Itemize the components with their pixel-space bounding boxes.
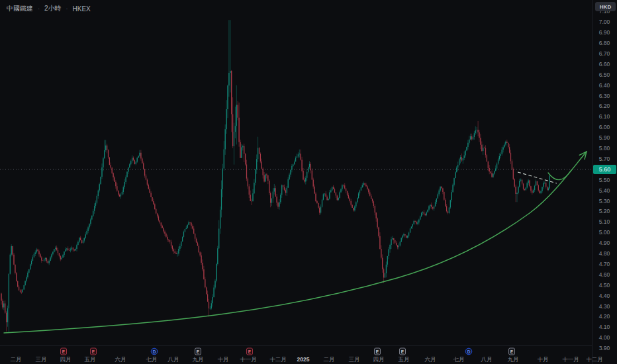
price-axis-label: 6.20 bbox=[599, 103, 610, 109]
price-axis-label: 6.00 bbox=[599, 124, 610, 130]
earnings-badge-icon[interactable]: E bbox=[400, 348, 406, 355]
price-axis-label: 5.50 bbox=[599, 177, 610, 183]
time-axis-label: 十二月 bbox=[269, 356, 287, 363]
candlestick-chart[interactable]: 3.904.004.104.204.304.404.504.604.704.80… bbox=[0, 0, 617, 364]
price-axis-label: 6.50 bbox=[599, 71, 610, 78]
price-axis-label: 6.80 bbox=[599, 40, 610, 46]
svg-text:E: E bbox=[401, 349, 404, 354]
time-axis-label: 十一月 bbox=[240, 356, 257, 363]
price-axis-label: 6.90 bbox=[599, 29, 610, 36]
axis-separators bbox=[0, 0, 593, 364]
time-axis-label: 十二月 bbox=[586, 356, 603, 363]
dividend-badge-icon[interactable]: D bbox=[151, 348, 158, 355]
price-axis-label: 5.40 bbox=[599, 187, 610, 194]
legend-separator-dot: · bbox=[66, 5, 68, 12]
price-axis-label: 5.80 bbox=[599, 145, 610, 152]
symbol-legend: 中國鐵建 · 2小時 · HKEX bbox=[7, 4, 91, 13]
time-axis-label: 四月 bbox=[60, 356, 71, 363]
time-axis-label: 五月 bbox=[399, 356, 410, 363]
svg-text:E: E bbox=[248, 349, 252, 354]
svg-text:E: E bbox=[197, 349, 200, 354]
time-axis-label: 十一月 bbox=[562, 356, 579, 363]
earnings-badge-icon[interactable]: E bbox=[91, 348, 97, 355]
time-axis-label: 十月 bbox=[538, 356, 549, 363]
exchange-label[interactable]: HKEX bbox=[73, 5, 91, 13]
time-axis-label: 六月 bbox=[425, 356, 436, 363]
price-axis-label: 4.20 bbox=[599, 313, 610, 320]
price-axis-label: 7.00 bbox=[599, 19, 610, 25]
time-axis-label: 九月 bbox=[193, 356, 204, 363]
candles bbox=[1, 20, 549, 332]
time-axis[interactable]: 二月三月四月五月六月七月八月九月十月十一月十二月2025二月三月四月五月六月七月… bbox=[11, 356, 603, 363]
earnings-badge-icon[interactable]: E bbox=[247, 348, 253, 355]
svg-text:D: D bbox=[467, 349, 471, 354]
price-axis-label: 4.70 bbox=[599, 261, 610, 267]
current-price-badge[interactable]: 5.60 bbox=[593, 165, 616, 174]
time-axis-label: 五月 bbox=[85, 356, 96, 363]
symbol-name[interactable]: 中國鐵建 bbox=[7, 4, 33, 13]
time-axis-year-label: 2025 bbox=[297, 356, 310, 363]
price-axis-label: 6.10 bbox=[599, 113, 610, 120]
earnings-badge-icon[interactable]: E bbox=[509, 348, 515, 355]
price-axis-label: 5.00 bbox=[599, 229, 610, 236]
time-axis-label: 七月 bbox=[453, 356, 465, 363]
price-axis-label: 6.40 bbox=[599, 82, 610, 89]
chart-window: 中國鐵建 · 2小時 · HKEX 3.904.004.104.204.304.… bbox=[0, 0, 617, 364]
price-axis-label: 6.30 bbox=[599, 93, 610, 99]
price-axis-label: 4.80 bbox=[599, 250, 610, 257]
svg-text:D: D bbox=[153, 349, 156, 354]
price-axis-label: 4.40 bbox=[599, 293, 610, 299]
price-axis-label: 6.70 bbox=[599, 50, 610, 57]
time-axis-label: 九月 bbox=[508, 356, 519, 363]
svg-text:E: E bbox=[62, 349, 66, 354]
svg-text:E: E bbox=[510, 349, 514, 354]
time-axis-label: 七月 bbox=[146, 356, 158, 363]
earnings-badge-icon[interactable]: E bbox=[195, 348, 201, 355]
price-axis-label: 4.90 bbox=[599, 240, 610, 246]
time-axis-label: 二月 bbox=[324, 356, 335, 363]
earnings-badge-icon[interactable]: E bbox=[61, 348, 67, 355]
event-badges: EEDEEEEDE bbox=[61, 348, 515, 355]
price-axis-label: 5.20 bbox=[599, 208, 610, 214]
price-axis-label: 6.60 bbox=[599, 61, 610, 68]
svg-text:E: E bbox=[92, 349, 95, 354]
price-axis-label: 4.10 bbox=[599, 324, 610, 330]
price-axis-label: 5.10 bbox=[599, 218, 610, 225]
price-axis-label: 3.90 bbox=[599, 345, 610, 351]
price-axis-label: 4.30 bbox=[599, 303, 610, 310]
time-axis-label: 四月 bbox=[373, 356, 385, 363]
time-axis-label: 三月 bbox=[36, 356, 47, 363]
price-axis-label: 5.30 bbox=[599, 198, 610, 205]
price-axis-label: 5.90 bbox=[599, 134, 610, 141]
price-axis[interactable]: 3.904.004.104.204.304.404.504.604.704.80… bbox=[599, 8, 610, 351]
svg-text:E: E bbox=[376, 349, 379, 354]
price-axis-label: 4.60 bbox=[599, 271, 610, 278]
time-axis-label: 六月 bbox=[115, 356, 126, 363]
currency-badge[interactable]: HKD bbox=[595, 2, 616, 11]
time-axis-label: 八月 bbox=[481, 356, 493, 363]
earnings-badge-icon[interactable]: E bbox=[375, 348, 381, 355]
dividend-badge-icon[interactable]: D bbox=[465, 348, 472, 355]
price-axis-label: 4.00 bbox=[599, 334, 610, 341]
interval-label[interactable]: 2小時 bbox=[44, 4, 62, 13]
trend-arrow-drawing[interactable] bbox=[4, 152, 587, 333]
price-axis-label: 4.50 bbox=[599, 282, 610, 289]
time-axis-label: 三月 bbox=[349, 356, 360, 363]
time-axis-label: 二月 bbox=[11, 356, 22, 363]
time-axis-label: 十月 bbox=[218, 356, 229, 363]
price-axis-label: 5.70 bbox=[599, 156, 610, 162]
time-axis-label: 八月 bbox=[167, 356, 179, 363]
legend-separator-dot: · bbox=[38, 5, 40, 12]
